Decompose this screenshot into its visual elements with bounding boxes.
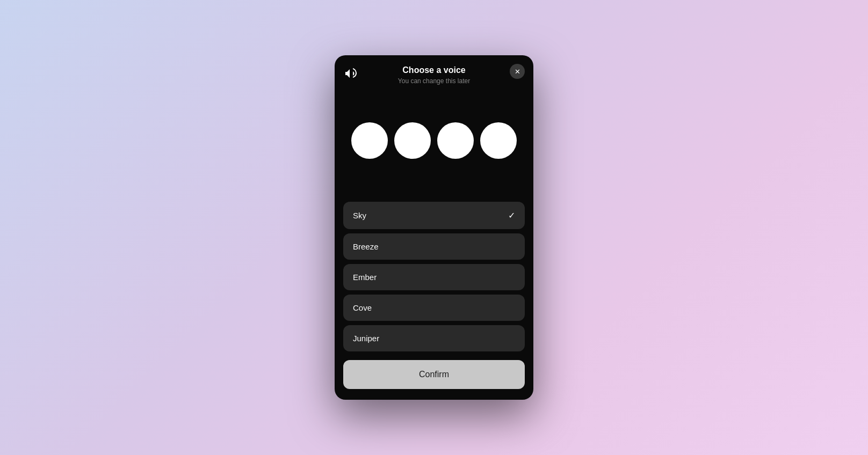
voice-selection-modal: Choose a voice You can change this later… — [335, 55, 533, 400]
voice-circle-3 — [437, 122, 474, 159]
header-text: Choose a voice You can change this later — [398, 65, 470, 85]
voice-circle-4 — [480, 122, 517, 159]
confirm-button[interactable]: Confirm — [343, 360, 525, 389]
voice-option-breeze[interactable]: Breeze — [343, 233, 525, 260]
circles-container — [351, 122, 517, 159]
modal-header: Choose a voice You can change this later… — [335, 55, 533, 90]
close-button[interactable]: ✕ — [510, 64, 525, 79]
confirm-area: Confirm — [335, 351, 533, 400]
voice-option-juniper[interactable]: Juniper — [343, 325, 525, 351]
voice-option-sky[interactable]: Sky ✓ — [343, 202, 525, 229]
speaker-icon — [345, 68, 357, 82]
voice-circle-2 — [394, 122, 431, 159]
voice-option-sky-label: Sky — [353, 211, 366, 220]
voice-option-cove-label: Cove — [353, 303, 372, 312]
voice-option-cove[interactable]: Cove — [343, 295, 525, 321]
voice-option-juniper-label: Juniper — [353, 334, 379, 343]
close-icon: ✕ — [515, 68, 520, 76]
checkmark-icon: ✓ — [508, 210, 515, 221]
voice-option-ember-label: Ember — [353, 273, 377, 282]
voice-option-ember[interactable]: Ember — [343, 264, 525, 290]
voice-options-list: Sky ✓ Breeze Ember Cove Juniper — [335, 202, 533, 351]
modal-title: Choose a voice — [398, 65, 470, 76]
waveform-area — [335, 90, 533, 202]
voice-circle-1 — [351, 122, 388, 159]
voice-option-breeze-label: Breeze — [353, 242, 379, 251]
modal-subtitle: You can change this later — [398, 77, 470, 85]
